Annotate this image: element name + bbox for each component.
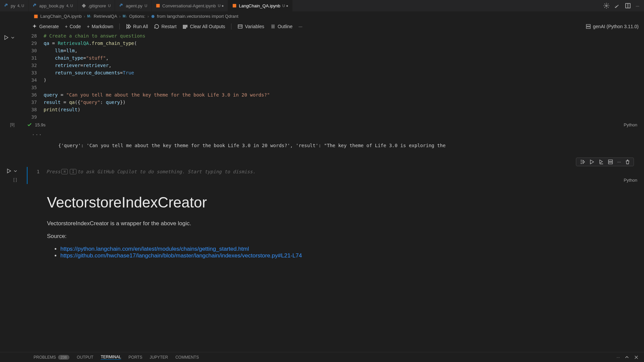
svg-rect-21 (608, 162, 612, 164)
panel-tab-comments[interactable]: COMMENTS (175, 355, 199, 360)
close-icon[interactable] (634, 355, 639, 360)
plus-icon: + (87, 24, 90, 29)
restart-button[interactable]: Restart (154, 24, 176, 29)
variables-button[interactable]: Variables (237, 24, 264, 29)
run-all-icon (126, 24, 131, 29)
svg-rect-18 (586, 24, 590, 26)
generate-button[interactable]: Generate (32, 24, 59, 29)
more-icon[interactable]: ··· (636, 3, 639, 9)
kernel-selector[interactable]: genAI (Python 3.11.0) (586, 24, 639, 29)
markdown-paragraph: VectorstoreIndexCreator is a wrapper for… (47, 220, 621, 227)
execute-below-icon[interactable] (598, 159, 604, 165)
notebook-icon (232, 3, 237, 8)
outline-button[interactable]: Outline (270, 24, 292, 29)
tab-badge: U ● (282, 4, 288, 8)
svg-rect-19 (586, 27, 590, 28)
svg-rect-11 (183, 26, 187, 27)
breadcrumb: LangChain_QA.ipynb › M↓ RetrievalQA › M↓… (0, 12, 644, 21)
svg-point-2 (121, 4, 121, 4)
notebook-toolbar: Generate + Code + Markdown Run All Resta… (0, 21, 644, 32)
more-icon[interactable]: ··· (616, 355, 620, 360)
crumb-retrievalqa[interactable]: M↓ RetrievalQA (87, 14, 117, 19)
more-icon[interactable]: ··· (32, 132, 42, 137)
execute-cell-icon[interactable] (589, 159, 594, 165)
tab-label: .gitignore (88, 3, 106, 8)
tab-app-book[interactable]: app_book.py 4, U (29, 0, 77, 11)
panel-tab-terminal[interactable]: TERMINAL (101, 355, 121, 360)
key-i: I (70, 169, 76, 174)
split-cell-icon[interactable] (608, 159, 613, 165)
settings-icon[interactable] (603, 3, 609, 9)
markdown-link-list: https://python.langchain.com/en/latest/m… (47, 246, 621, 259)
toolbar-more-button[interactable]: ··· (299, 24, 303, 29)
markdown-source-label: Source: (47, 233, 621, 240)
clear-outputs-button[interactable]: Clear All Outputs (182, 24, 225, 29)
panel-tab-jupyter[interactable]: JUPYTER (150, 355, 168, 360)
exec-time: 15.9s (35, 122, 46, 127)
crumb-file[interactable]: LangChain_QA.ipynb (34, 14, 82, 19)
run-cell-button[interactable] (3, 35, 9, 40)
cell-gutter (3, 35, 15, 40)
svg-rect-4 (233, 4, 236, 8)
crumb-options[interactable]: M↓ Options: (123, 14, 146, 19)
svg-rect-12 (183, 28, 186, 28)
compare-icon[interactable] (614, 3, 620, 9)
markdown-cell[interactable]: VectorstoreIndexCreator VectorstoreIndex… (27, 184, 641, 266)
key-cmd: ⌘ (61, 169, 68, 174)
chevron-down-icon[interactable] (11, 35, 15, 40)
split-icon[interactable] (625, 3, 631, 9)
tab-agent[interactable]: agent.py U (115, 0, 152, 11)
tab-badge: 4, U (66, 4, 73, 8)
tab-py[interactable]: py 4, U (0, 0, 29, 11)
run-all-button[interactable]: Run All (126, 24, 148, 29)
server-icon (586, 24, 591, 29)
code-editor[interactable]: 28# Create a chain to answer questions29… (27, 32, 641, 121)
tab-badge: U ● (218, 4, 224, 8)
more-icon[interactable]: ··· (617, 159, 621, 165)
cell-language[interactable]: Python (624, 178, 641, 183)
tab-langchain-qa[interactable]: LangChain_QA.ipynb U ● (228, 0, 292, 11)
chevron-down-icon[interactable] (13, 168, 17, 174)
crumb-import[interactable]: from langchain.vectorstores import Qdran… (151, 14, 238, 19)
add-code-button[interactable]: + Code (65, 24, 81, 29)
tab-badge: U (108, 4, 111, 8)
cell-output: ··· {'query': 'Can you tell me about the… (27, 129, 641, 157)
source-link-1[interactable]: https://python.langchain.com/en/latest/m… (60, 246, 249, 252)
run-cell-button[interactable] (6, 168, 11, 174)
exec-count: [ ] (13, 177, 17, 182)
cell-toolbar: ··· (576, 158, 634, 166)
restart-icon (154, 24, 159, 29)
add-markdown-button[interactable]: + Markdown (87, 24, 113, 29)
separator (119, 23, 120, 29)
tab-label: app_book.py (39, 3, 64, 8)
svg-point-1 (34, 4, 35, 4)
tab-conversational-agent[interactable]: Conversational-Agent.ipynb U ● (152, 0, 228, 11)
chevron-right-icon: › (84, 14, 85, 19)
svg-rect-8 (34, 14, 38, 18)
tab-gitignore[interactable]: .gitignore U (77, 0, 115, 11)
markdown-icon: M↓ (87, 14, 92, 18)
code-cell[interactable]: 28# Create a chain to answer questions29… (27, 32, 641, 129)
panel-tab-output[interactable]: OUTPUT (77, 355, 93, 360)
panel-tab-problems[interactable]: PROBLEMS 238 (34, 355, 69, 360)
markdown-icon: M↓ (123, 14, 127, 18)
separator (231, 23, 231, 29)
tab-label: agent.py (126, 3, 143, 8)
cell-language[interactable]: Python (624, 122, 641, 127)
run-by-line-icon[interactable] (580, 159, 585, 165)
copilot-hint: 1 Press ⌘ I to ask GitHub Copilot to do … (30, 167, 641, 176)
chevron-up-icon[interactable] (625, 355, 629, 360)
source-link-2[interactable]: https://github.com/hwchase17/langchain/b… (60, 252, 302, 259)
python-icon (33, 3, 37, 8)
variables-icon (237, 24, 243, 29)
empty-code-cell[interactable]: ··· 1 Press ⌘ I to ask GitHub Copilot to… (27, 167, 641, 184)
sparkle-icon (32, 24, 37, 29)
delete-cell-icon[interactable] (625, 159, 630, 165)
plus-icon: + (65, 24, 67, 29)
exec-count: [9] (10, 122, 14, 127)
svg-point-9 (151, 15, 154, 18)
outline-icon (270, 24, 276, 29)
more-icon: ··· (299, 24, 303, 29)
panel-tab-ports[interactable]: PORTS (128, 355, 142, 360)
bottom-panel: PROBLEMS 238 OUTPUT TERMINAL PORTS JUPYT… (0, 352, 644, 362)
